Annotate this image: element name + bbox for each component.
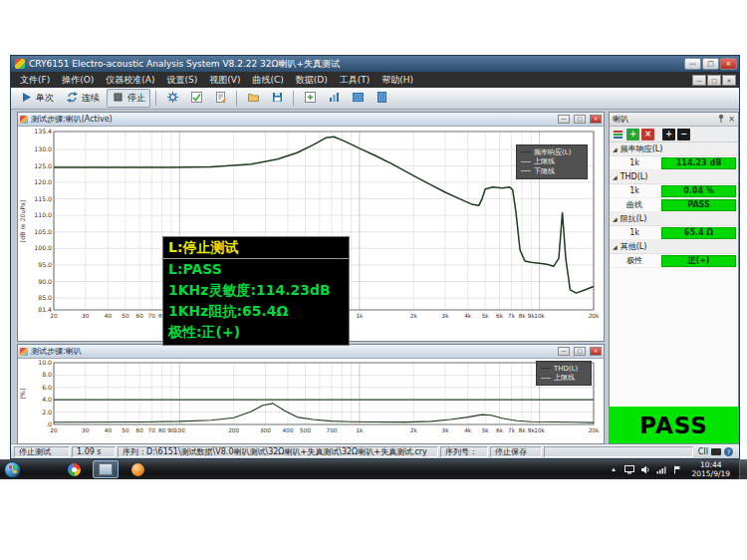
minimize-icon[interactable]: — (558, 115, 570, 124)
signal-check-button[interactable] (185, 89, 207, 108)
mdi-maximize-button[interactable]: □ (707, 75, 721, 86)
show-desktop-button[interactable] (739, 459, 747, 479)
taskbar-active-app-button[interactable] (93, 460, 119, 478)
tree-section-header[interactable]: ◢频率响应(L) (610, 142, 738, 156)
curve-list-icon[interactable] (612, 129, 624, 140)
continuous-button[interactable]: 连续 (61, 89, 105, 108)
chart-icon (20, 348, 28, 356)
svg-text:.0: .0 (46, 420, 52, 427)
settings-button[interactable] (161, 89, 183, 108)
tree-row[interactable]: 曲线PASS (610, 198, 738, 212)
legend-line-sample (521, 170, 531, 171)
result-overlay: L:停止测试L:PASS1KHz灵敏度:114.23dB1KHz阻抗:65.4Ω… (162, 236, 350, 346)
network-icon[interactable] (656, 463, 667, 475)
mdi-minimize-button[interactable]: — (692, 75, 706, 86)
svg-text:81.4: 81.4 (38, 306, 52, 313)
statistics-button[interactable] (323, 89, 345, 108)
tree-section-header[interactable]: ◢THD(L) (610, 170, 738, 184)
svg-text:30: 30 (82, 427, 90, 433)
overlay-line: 1KHz灵敏度:114.23dB (163, 280, 349, 301)
tree-section-header[interactable]: ◢阻抗(L) (610, 212, 738, 226)
add-icon[interactable]: + (626, 129, 639, 140)
taskbar-browser-button[interactable] (61, 460, 87, 478)
expand-all-icon[interactable]: + (662, 129, 675, 140)
menu-item[interactable]: 曲线(C) (246, 72, 289, 89)
open-button[interactable] (242, 89, 264, 108)
maximize-icon[interactable]: □ (574, 115, 586, 124)
maximize-button[interactable]: □ (702, 58, 719, 70)
menu-item[interactable]: 数据(D) (290, 72, 334, 89)
svg-text:5k: 5k (482, 313, 490, 319)
layout-rows-button[interactable] (347, 89, 369, 108)
menu-item[interactable]: 视图(V) (203, 72, 246, 89)
close-icon[interactable]: × (728, 115, 735, 124)
window-title: CRY6151 Electro-acoustic Analysis System… (29, 58, 683, 71)
add-chart-icon (304, 89, 317, 108)
collapse-all-icon[interactable]: − (677, 129, 690, 140)
menu-item[interactable]: 设置(S) (161, 72, 204, 89)
svg-text:40: 40 (105, 313, 113, 319)
help-icon[interactable]: ? (724, 447, 733, 456)
maximize-icon[interactable]: □ (574, 347, 586, 356)
menu-item[interactable]: 工具(T) (334, 72, 376, 89)
svg-text:6k: 6k (496, 313, 504, 319)
tree-section-label: THD(L) (621, 172, 648, 181)
svg-text:10k: 10k (534, 313, 545, 319)
thd-panel-header[interactable]: 测试步骤:喇叭 — □ × (18, 345, 604, 359)
add-chart-button[interactable] (299, 89, 321, 108)
taskbar-cry-app-button[interactable] (124, 460, 150, 478)
menu-item[interactable]: 仪器校准(A) (100, 72, 160, 89)
action-center-flag-icon[interactable] (672, 463, 683, 475)
hidden-icons-arrow-icon[interactable]: ▴ (609, 463, 620, 475)
signal-check-icon (190, 89, 203, 108)
titlebar: CRY6151 Electro-acoustic Analysis System… (11, 56, 739, 72)
overlay-line: 1KHz阻抗:65.4Ω (163, 301, 349, 322)
window-icon (99, 463, 113, 475)
legend-line-sample (541, 378, 551, 379)
report-button[interactable] (209, 89, 231, 108)
toolbar-separator (236, 91, 237, 106)
legend-label: THD(L) (554, 365, 578, 373)
close-icon[interactable]: × (590, 347, 602, 356)
svg-text:10k: 10k (534, 427, 545, 433)
svg-text:500: 500 (300, 427, 311, 433)
tree-section-header[interactable]: ◢其他(L) (610, 240, 738, 254)
menu-item[interactable]: 文件(F) (14, 72, 56, 89)
single-button[interactable]: 单次 (15, 89, 59, 108)
svg-text:8k: 8k (519, 427, 527, 433)
tree-row[interactable]: 1k114.23 dB (610, 156, 738, 170)
tree-row[interactable]: 极性正(+) (610, 254, 738, 268)
menu-item[interactable]: 操作(O) (56, 72, 100, 89)
tree-row[interactable]: 1k0.04 % (610, 184, 738, 198)
overlay-line: L:PASS (163, 259, 349, 280)
results-panel-title: 喇叭 (613, 114, 628, 125)
save-icon (271, 89, 284, 108)
close-button[interactable]: × (720, 58, 737, 70)
mdi-close-button[interactable]: × (722, 75, 736, 86)
svg-text:20k: 20k (589, 427, 600, 433)
svg-text:10.0: 10.0 (38, 359, 52, 366)
legend-label: 频率响应(L) (534, 147, 571, 157)
workspace: 测试步骤:喇叭(Active) — □ × 135.4130.0125.0120… (11, 110, 739, 443)
taskbar-clock[interactable]: 10:44 2015/9/19 (692, 460, 730, 478)
display-icon[interactable] (624, 463, 635, 475)
minimize-icon[interactable]: — (558, 347, 570, 356)
start-button[interactable] (4, 461, 21, 478)
menu-item[interactable]: 帮助(H) (375, 72, 419, 89)
tree-row[interactable]: 1k65.4 Ω (610, 226, 738, 240)
close-icon[interactable]: × (590, 115, 602, 124)
pin-icon[interactable] (717, 114, 725, 125)
delete-icon[interactable]: × (641, 129, 654, 140)
minimize-button[interactable]: — (684, 58, 701, 70)
window-controls: —□× (683, 58, 737, 70)
save-button[interactable] (266, 89, 288, 108)
layout-columns-button[interactable] (371, 89, 392, 108)
volume-icon[interactable] (640, 463, 651, 475)
stop-button[interactable]: 停止 (107, 89, 150, 108)
status-right: CII? (695, 447, 736, 456)
thd-legend: THD(L)上限线 (536, 361, 592, 386)
clock-time: 10:44 (692, 460, 730, 469)
freq-response-panel-header[interactable]: 测试步骤:喇叭(Active) — □ × (18, 113, 604, 127)
windows-logo-icon (9, 465, 17, 473)
results-panel: 喇叭 × + × + − ◢频率响应(L)1k114.23 dB◢THD(L)1… (609, 112, 739, 444)
